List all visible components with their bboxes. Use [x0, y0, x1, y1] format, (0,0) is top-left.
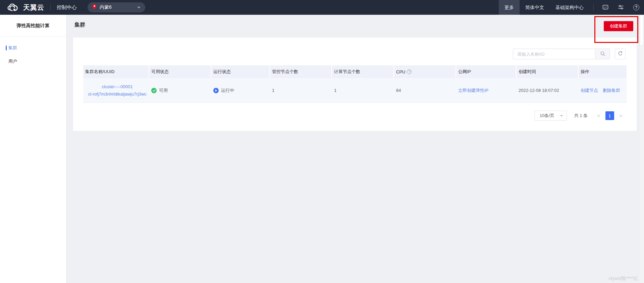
topbar-infra-center-link[interactable]: 基础架构中心	[550, 0, 589, 15]
delete-cluster-link[interactable]: 删除集群	[603, 88, 620, 94]
cell-actions: 创建节点 删除集群	[579, 78, 627, 103]
search-icon	[600, 51, 605, 57]
list-toolbar	[513, 49, 626, 59]
table-header-row: 集群名称/UUID 可用状态 运行状态 管控节点个数 计算节点个数 CPU ? …	[83, 65, 627, 78]
page-size-value: 10条/页	[540, 113, 554, 119]
create-eip-link[interactable]: 立即创建弹性IP	[458, 88, 488, 94]
cluster-list-card: 集群名称/UUID 可用状态 运行状态 管控节点个数 计算节点个数 CPU ? …	[73, 38, 637, 131]
chevron-down-icon	[560, 115, 563, 117]
cell-availability: 可用	[149, 78, 211, 103]
topbar-right: 更多 简体中文 基础架构中心	[499, 0, 644, 15]
settings-sliders-icon[interactable]	[618, 4, 624, 11]
cell-cpu: 64	[394, 78, 456, 103]
cpu-help-icon[interactable]: ?	[407, 69, 412, 74]
user-watermark: ctyun/陈****亿	[609, 276, 638, 282]
pagination: 10条/页 共 1 条 < 1 >	[535, 110, 626, 121]
availability-label: 可用	[159, 88, 168, 94]
status-available-icon	[151, 88, 157, 93]
topbar-language-link[interactable]: 简体中文	[520, 0, 550, 15]
scrollbar[interactable]	[639, 15, 644, 283]
cell-created-at: 2022-12-08 18:07:02	[517, 78, 579, 103]
cell-run-status: 运行中	[211, 78, 270, 103]
topbar: 天翼云 控制中心 内蒙6 更多 简体中文 基础架构中心	[0, 0, 644, 15]
cluster-uuid-link[interactable]: cl-rofj7m3nhrldtkatjawju7rj3wc	[88, 91, 146, 98]
console-center-link[interactable]: 控制中心	[57, 4, 77, 11]
help-question-glyph: ?	[633, 4, 639, 10]
sidebar: 弹性高性能计算 集群 用户	[0, 15, 66, 283]
sidebar-item-user[interactable]: 用户	[0, 55, 66, 68]
search-input[interactable]	[513, 49, 595, 59]
refresh-icon	[618, 51, 623, 57]
cloud-logo-icon	[7, 3, 20, 11]
location-pin-icon	[92, 4, 97, 11]
topbar-divider	[50, 4, 51, 10]
refresh-button[interactable]	[615, 49, 626, 59]
region-selector[interactable]: 内蒙6	[88, 2, 145, 12]
main-content: 集群 创建集群	[66, 15, 644, 283]
col-header-name-uuid: 集群名称/UUID	[83, 65, 149, 78]
col-header-compute-nodes: 计算节点个数	[332, 65, 394, 78]
col-header-cpu: CPU ?	[394, 65, 456, 78]
app-root: 天翼云 控制中心 内蒙6 更多 简体中文 基础架构中心	[0, 0, 644, 283]
create-cluster-button[interactable]: 创建集群	[604, 21, 633, 31]
cell-name-uuid: cluster----00001 cl-rofj7m3nhrldtkatjawj…	[83, 78, 149, 103]
page-size-select[interactable]: 10条/页	[535, 111, 567, 121]
sidebar-divider	[0, 36, 66, 37]
col-header-public-ip: 公网IP	[456, 65, 517, 78]
next-page-button[interactable]: >	[616, 113, 626, 118]
run-status-label: 运行中	[221, 88, 234, 94]
status-running-icon	[213, 88, 219, 93]
current-page-button[interactable]: 1	[605, 111, 614, 120]
brand-name: 天翼云	[23, 3, 44, 12]
col-header-actions: 操作	[579, 65, 627, 78]
sidebar-item-cluster[interactable]: 集群	[0, 41, 66, 55]
help-icon[interactable]: ?	[633, 4, 640, 11]
cpu-header-label: CPU	[396, 69, 405, 74]
search-box	[513, 49, 610, 59]
table-row: cluster----00001 cl-rofj7m3nhrldtkatjawj…	[83, 78, 627, 103]
topbar-more-link[interactable]: 更多	[499, 0, 520, 15]
cluster-name-link[interactable]: cluster----00001	[102, 83, 133, 91]
cluster-table: 集群名称/UUID 可用状态 运行状态 管控节点个数 计算节点个数 CPU ? …	[83, 65, 627, 103]
prev-page-button[interactable]: <	[594, 113, 603, 118]
region-name: 内蒙6	[100, 4, 137, 10]
topbar-divider	[593, 4, 594, 10]
total-count-label: 共 1 条	[574, 113, 588, 119]
page-title: 集群	[74, 21, 85, 29]
col-header-run-status: 运行状态	[211, 65, 270, 78]
cell-mgmt-nodes: 1	[270, 78, 332, 103]
sidebar-title: 弹性高性能计算	[0, 23, 66, 29]
scrollbar-thumb[interactable]	[640, 15, 644, 46]
col-header-availability: 可用状态	[149, 65, 211, 78]
feedback-icon[interactable]	[602, 4, 609, 11]
col-header-mgmt-nodes: 管控节点个数	[270, 65, 332, 78]
cell-public-ip: 立即创建弹性IP	[456, 78, 517, 103]
col-header-created-at: 创建时间	[517, 65, 579, 78]
create-node-link[interactable]: 创建节点	[581, 88, 598, 94]
search-button[interactable]	[595, 49, 610, 59]
brand-logo[interactable]: 天翼云	[7, 3, 44, 12]
cell-compute-nodes: 1	[332, 78, 394, 103]
chevron-down-icon	[137, 7, 141, 8]
